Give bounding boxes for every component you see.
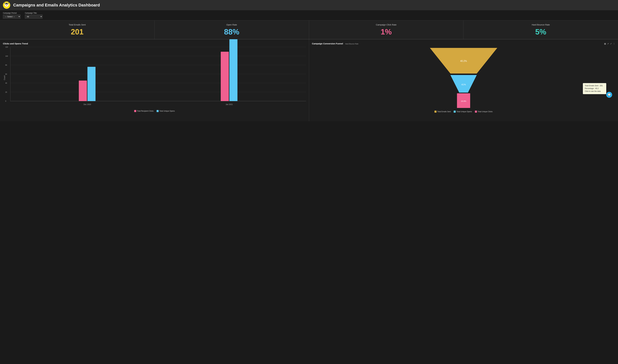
funnel-legend-color-clicks [475,111,477,113]
funnel-legend-label-opens: Total Unique Opens [456,111,472,113]
kpi-open-rate-value: 88% [157,27,306,36]
funnel-legend-color-opens [454,111,456,113]
header: Campaigns and Emails Analytics Dashboard [0,0,618,10]
bar-dec2020-blue[interactable] [88,67,95,101]
export-icon[interactable]: ⇗ [607,42,609,45]
svg-point-6 [5,3,8,4]
more-icon[interactable]: ⋮ [613,42,615,45]
funnel-title-area: Campaign Conversion Funnel Hard Bounce R… [312,42,359,45]
funnel-icons: ▦ ⇗ ⤢ ⋮ [604,42,615,45]
funnel-chart-panel: Campaign Conversion Funnel Hard Bounce R… [309,39,618,121]
kpi-bounce-rate-label: Hard Bounce Rate [466,24,615,26]
kpi-row: Total Emails Sent 201 Open Rate 88% Camp… [0,20,618,39]
tooltip-line2: Percentage : 40.2 [585,87,604,90]
tooltip-line1: Total Emails Sent : 201 [585,84,604,87]
kpi-open-rate-label: Open Rate [157,24,306,26]
bar-pair-dec2020 [79,67,95,101]
x-labels: Dec 2020 Jan 2021 [10,103,306,105]
x-label-dec2020: Dec 2020 [83,104,91,105]
funnel-svg: 40.2% 41% 18.8% [312,46,615,109]
bar-jan2021-blue[interactable] [229,39,237,101]
funnel-label-opens: 41% [461,83,466,86]
bar-chart-container: Count 120 100 80 60 [3,47,306,109]
funnel-chart-subtitle: Hard Bounce Rate [345,43,359,45]
campaign-title-select[interactable]: All Campaign A Campaign B [25,15,42,19]
funnel-legend-label-clicks: Total Unique Clicks [478,111,493,113]
filters-bar: Campaign Period: --- Select --- Dec 2020… [0,10,618,20]
kpi-total-emails: Total Emails Sent 201 [0,21,154,39]
legend-color-opens [157,110,159,112]
app-logo [3,1,10,9]
campaign-title-label: Campaign Title: [25,12,42,14]
chat-button[interactable]: 💬 [606,92,612,98]
kpi-click-rate-label: Campaign Click Rate [312,24,461,26]
funnel-label-clicks: 18.8% [461,100,466,102]
kpi-total-emails-value: 201 [3,27,152,36]
bar-chart-icon[interactable]: ▦ [604,42,606,45]
funnel-label-emails: 40.2% [460,60,467,62]
funnel-chart-title: Campaign Conversion Funnel [312,42,343,45]
funnel-legend-color-emails [435,111,437,113]
bar-chart-panel: Clicks and Opens Trend Count 120 100 80 [0,39,309,121]
kpi-click-rate: Campaign Click Rate 1% [309,21,464,39]
expand-icon[interactable]: ⤢ [610,42,612,45]
kpi-bounce-rate-value: 5% [466,27,615,36]
legend-label-opens: Total Unique Opens [159,110,175,112]
x-label-jan2021: Jan 2021 [226,104,233,105]
funnel-tooltip: Total Emails Sent : 201 Percentage : 40.… [583,83,606,94]
campaign-period-select[interactable]: --- Select --- Dec 2020 Jan 2021 [3,15,21,19]
funnel-container: 40.2% 41% 18.8% Total Emails Sent : 201 … [312,46,615,109]
bar-group-jan2021 [221,39,237,101]
funnel-legend-clicks: Total Unique Clicks [475,111,493,113]
funnel-legend-opens: Total Unique Opens [454,111,472,113]
funnel-legend: Total Emails Sent Total Unique Opens Tot… [312,111,615,113]
bars-area [10,47,306,101]
funnel-legend-emails: Total Emails Sent [435,111,451,113]
funnel-header: Campaign Conversion Funnel Hard Bounce R… [312,42,615,45]
bar-chart-legend: Total Recipient Clicks Total Unique Open… [3,110,306,112]
kpi-bounce-rate: Hard Bounce Rate 5% [464,21,618,39]
bar-chart-title: Clicks and Opens Trend [3,42,306,45]
bar-pair-jan2021 [221,39,237,101]
legend-label-clicks: Total Recipient Clicks [137,110,154,112]
legend-item-opens: Total Unique Opens [157,110,175,112]
y-axis-label: Count [3,76,6,80]
charts-row: Clicks and Opens Trend Count 120 100 80 [0,39,618,121]
legend-color-clicks [134,110,136,112]
bar-jan2021-pink[interactable] [221,52,229,101]
legend-item-clicks: Total Recipient Clicks [134,110,154,112]
kpi-click-rate-value: 1% [312,27,461,36]
campaign-period-filter: Campaign Period: --- Select --- Dec 2020… [3,12,21,19]
campaign-title-filter: Campaign Title: All Campaign A Campaign … [25,12,42,19]
campaign-period-label: Campaign Period: [3,12,21,14]
bar-chart-inner: 120 100 80 60 40 20 [10,47,306,101]
bar-group-dec2020 [79,67,95,101]
kpi-total-emails-label: Total Emails Sent [3,24,152,26]
bar-dec2020-pink[interactable] [79,80,87,101]
funnel-legend-label-emails: Total Emails Sent [437,111,451,113]
kpi-open-rate: Open Rate 88% [154,21,309,39]
tooltip-line3: Click to see the data [585,90,604,93]
dashboard-title: Campaigns and Emails Analytics Dashboard [13,3,100,7]
